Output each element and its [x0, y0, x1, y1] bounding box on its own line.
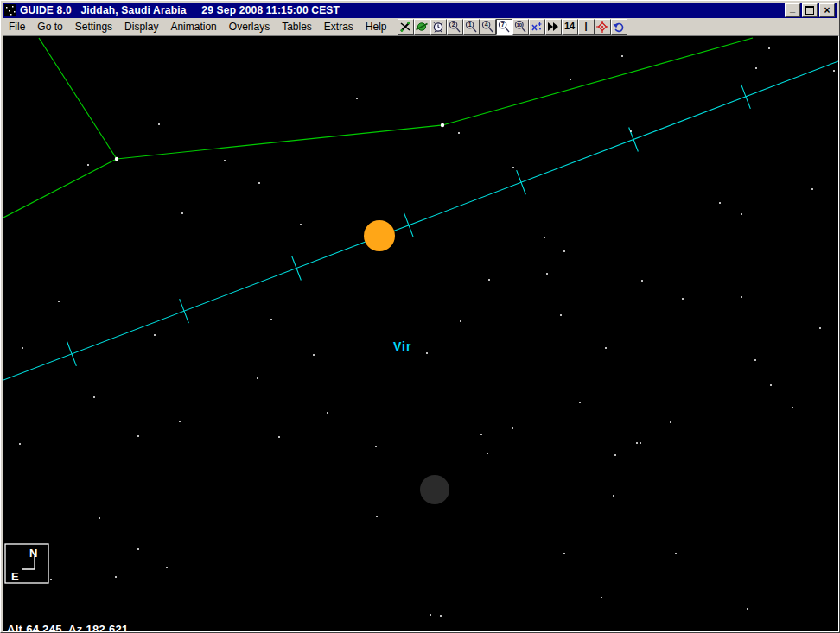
compass-east-label: E	[11, 570, 19, 583]
zoom-level-4-button[interactable]: 4	[480, 19, 496, 35]
minimize-icon: _	[790, 3, 795, 13]
sky-chart-canvas[interactable]: NE	[3, 36, 838, 631]
planets-button[interactable]	[414, 19, 430, 35]
moon[interactable]	[420, 475, 449, 504]
star-dot	[50, 579, 52, 580]
magnifier-1-icon: 1	[465, 21, 477, 33]
star-dot	[181, 212, 183, 214]
magnifier-7-icon: 7	[498, 21, 510, 33]
star-dot	[487, 453, 488, 454]
svg-text:2: 2	[452, 22, 455, 28]
planet-icon	[416, 21, 428, 33]
star-dot	[613, 495, 614, 497]
menu-display[interactable]: Display	[118, 19, 164, 35]
zoom-level-10-button[interactable]: 10	[512, 19, 529, 35]
star-dot	[115, 576, 117, 578]
star-dot	[741, 213, 742, 215]
star-dot	[154, 334, 156, 336]
sky-chart-area[interactable]: NE Vir Alt 64.245 Az 182.621 10.000 29 S…	[3, 35, 839, 632]
compass-north-label: N	[29, 547, 37, 560]
target-icon	[596, 21, 608, 33]
ecliptic-tick	[67, 342, 77, 366]
star-dot	[58, 301, 60, 302]
star-dot	[811, 188, 813, 190]
star-dot	[22, 347, 23, 349]
star-dot	[87, 164, 89, 166]
step-14-label: 14	[564, 22, 575, 31]
star-dot	[570, 79, 571, 80]
star-dot	[601, 597, 602, 598]
star-dot	[741, 296, 742, 298]
ecliptic-tick	[517, 170, 526, 194]
star-dot	[630, 130, 632, 132]
star-dot	[300, 224, 302, 225]
zoom-level-7-button[interactable]: 7	[496, 19, 512, 35]
telescope-button[interactable]	[398, 19, 414, 35]
step-14-button[interactable]: 14	[562, 19, 578, 35]
step-1-button[interactable]: |	[578, 19, 595, 35]
star-dot	[614, 454, 616, 456]
star-dot	[270, 319, 272, 320]
menu-extras[interactable]: Extras	[318, 19, 360, 35]
star-dot	[670, 421, 671, 423]
constellation-line	[117, 125, 442, 159]
maximize-icon	[805, 6, 814, 15]
maximize-button[interactable]	[802, 3, 818, 17]
star-dot	[819, 327, 821, 329]
close-button[interactable]: ×	[819, 3, 835, 17]
star-dot	[768, 47, 770, 49]
svg-text:4: 4	[485, 22, 488, 28]
close-icon: ×	[824, 5, 830, 16]
star-dot	[278, 436, 280, 438]
menu-overlays[interactable]: Overlays	[223, 19, 276, 35]
fast-forward-icon	[547, 21, 559, 33]
star-dot	[460, 320, 461, 322]
zoom-level-2-button[interactable]: 2	[447, 19, 463, 35]
clock-button[interactable]	[430, 19, 447, 35]
menu-settings[interactable]: Settings	[69, 19, 118, 35]
minimize-button[interactable]: _	[785, 3, 800, 17]
clock-icon	[432, 21, 444, 33]
star-dot	[458, 132, 460, 134]
fast-forward-button[interactable]	[545, 19, 562, 35]
star-dot	[426, 352, 428, 354]
star-dot	[356, 98, 358, 99]
ecliptic-tick	[741, 85, 751, 109]
go-to-position-button[interactable]	[529, 19, 545, 35]
menu-tables[interactable]: Tables	[276, 19, 318, 35]
star-dot	[137, 548, 139, 550]
svg-text:10: 10	[516, 22, 522, 28]
undo-arrow-icon	[613, 21, 625, 33]
toolbar: 2 1 4 7	[398, 19, 627, 35]
sun[interactable]	[364, 220, 395, 251]
undo-button[interactable]	[611, 19, 627, 35]
star-dot	[488, 279, 490, 281]
star-dot	[258, 182, 260, 184]
star-dot	[641, 280, 643, 282]
step-1-label: |	[584, 22, 587, 31]
star-dot	[546, 273, 548, 275]
constellation-label-vir: Vir	[393, 339, 411, 353]
constellation-vertex-star	[115, 157, 118, 161]
star-dot	[430, 614, 431, 616]
constellation-line	[3, 159, 117, 218]
menu-file[interactable]: File	[3, 19, 31, 35]
ecliptic-line	[3, 61, 838, 380]
ecliptic-tick	[180, 299, 189, 323]
star-dot	[375, 446, 377, 447]
menu-bar: File Go to Settings Display Animation Ov…	[3, 18, 837, 35]
menu-help[interactable]: Help	[360, 19, 393, 35]
ecliptic-tick	[404, 213, 414, 237]
star-dot	[621, 55, 623, 57]
star-dot	[19, 443, 21, 445]
star-dot	[480, 434, 482, 435]
star-dot	[440, 615, 442, 617]
magnifier-4-icon: 4	[481, 21, 493, 33]
menu-animation[interactable]: Animation	[164, 19, 222, 35]
star-dot	[99, 517, 100, 519]
target-button[interactable]	[595, 19, 611, 35]
star-dot	[512, 167, 514, 168]
zoom-level-1-button[interactable]: 1	[463, 19, 480, 35]
menu-go-to[interactable]: Go to	[31, 19, 68, 35]
star-dot	[770, 384, 772, 386]
